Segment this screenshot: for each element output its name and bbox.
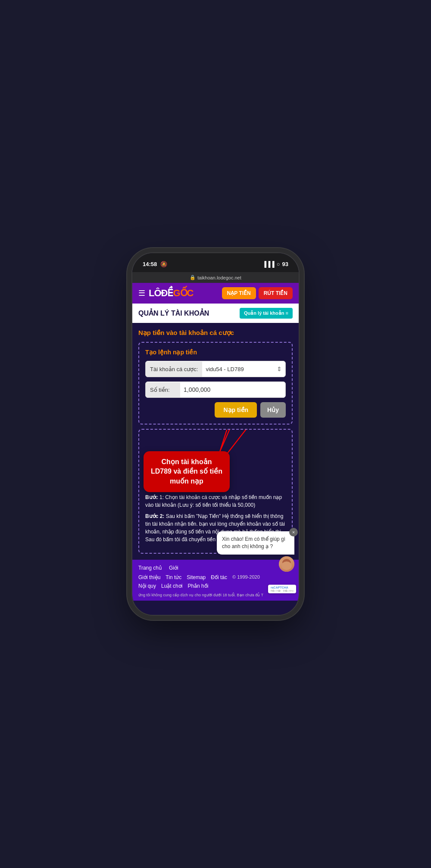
nap-tien-button[interactable]: NẠP TIỀN [222,287,256,299]
url-text: taikhoan.lodegoc.net [197,275,241,280]
amount-label: Số tiền: [146,382,180,397]
chat-bubble: × Xin chào! Em có thể giúp gì cho anh ch… [217,531,294,555]
app-header: ☰ LÔĐỀGỐC NẠP TIỀN RÚT TIỀN [132,283,299,304]
header-buttons: NẠP TIỀN RÚT TIỀN [222,287,293,299]
battery-icon: 93 [282,261,288,267]
chat-avatar[interactable] [279,556,294,572]
account-label: Tài khoản cá cược: [146,362,202,377]
footer-noi-quy[interactable]: Nội quy [138,583,156,589]
footer-doi-tac[interactable]: Đối tác [211,574,227,580]
recaptcha-badge: reCAPTCHA Bảo mật · Điều kho [268,585,296,593]
footer-trang-chu[interactable]: Trang chủ [138,565,162,571]
annotation-text: Chọn tài khoản LD789 và điền số tiền muố… [151,458,222,485]
logo-text: LÔĐỀGỐC [149,288,193,299]
form-title: Tạo lệnh nạp tiền [145,349,286,356]
account-manage-button[interactable]: Quản lý tài khoản ≡ [240,308,293,319]
phone-screen: 14:58 🔕 ▐▐▐ ○ 93 🔒 taikhoan.lodegoc.net … [132,253,299,615]
form-buttons: Nạp tiền Hủy [145,402,286,418]
footer-luat-choi[interactable]: Luật chơi [161,583,182,589]
amount-input-wrapper: Số tiền: [145,381,286,398]
rut-tien-button[interactable]: RÚT TIỀN [259,287,293,299]
logo: ☰ LÔĐỀGỐC [138,288,193,299]
avatar-face [279,556,294,572]
footer-links-row2: Giới thiệu Tin tức Sitemap Đối tác © 199… [138,574,293,580]
account-select-wrapper: Tài khoản cá cược: vidu54 - LD789 ⇕ [145,361,286,377]
form-box: Tạo lệnh nạp tiền Tài khoản cá cược: vid… [138,342,293,425]
main-content-inner: Nạp tiền vào tài khoản cá cược Tạo lệnh … [132,323,299,560]
footer-phan-hoi[interactable]: Phản hồi [187,583,208,589]
amount-row: Số tiền: [145,381,286,398]
status-icons: ▐▐▐ ○ 93 [262,261,288,267]
status-time: 14:58 🔕 [143,261,167,267]
huy-button[interactable]: Hủy [260,402,286,418]
hamburger-icon[interactable]: ☰ [138,288,145,298]
account-title: QUẢN LÝ TÀI KHOẢN [138,309,209,317]
account-bar: QUẢN LÝ TÀI KHOẢN Quản lý tài khoản ≡ [132,304,299,323]
select-arrow-icon: ⇕ [273,361,285,377]
signal-icon: ▐▐▐ [262,261,275,267]
section-title: Nạp tiền vào tài khoản cá cược [138,329,293,337]
notch [190,253,241,265]
footer-gioi-thieu[interactable]: Giới thiệu [138,574,160,580]
nap-tien-submit-button[interactable]: Nạp tiền [215,402,257,418]
wifi-icon: ○ [277,261,280,267]
footer-copyright: © 1999-2020 [232,574,260,580]
url-bar[interactable]: 🔒 taikhoan.lodegoc.net [132,272,299,283]
account-select[interactable]: vidu54 - LD789 [202,362,273,377]
account-row: Tài khoản cá cược: vidu54 - LD789 ⇕ [145,361,286,377]
phone-frame: 14:58 🔕 ▐▐▐ ○ 93 🔒 taikhoan.lodegoc.net … [131,252,300,616]
lock-icon: 🔒 [190,275,196,280]
footer-gioi[interactable]: Giới [169,565,178,571]
instructions-step1: Bước 1: Chọn tài khoản cá cược và nhập s… [145,493,286,509]
amount-input[interactable] [180,382,285,397]
annotation-overlay: Chọn tài khoản LD789 và điền số tiền muố… [144,451,230,492]
chat-message: Xin chào! Em có thể giúp gì cho anh chị … [222,536,285,549]
footer-sitemap[interactable]: Sitemap [187,574,206,580]
footer-tin-tuc[interactable]: Tin tức [166,574,181,580]
chat-bubble-wrapper: × Xin chào! Em có thể giúp gì cho anh ch… [217,531,294,572]
